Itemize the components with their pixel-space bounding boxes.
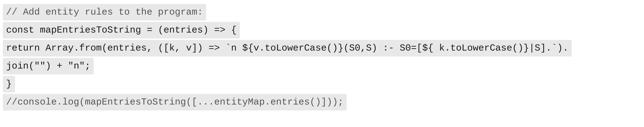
code-line-1: // Add entity rules to the program: (3, 3, 641, 21)
code-text-6: //console.log(mapEntriesToString([...ent… (3, 94, 347, 111)
code-line-3: return Array.from(entries, ([k, v]) => `… (3, 40, 641, 57)
code-text-2: const mapEntriesToString = (entries) => … (3, 22, 240, 39)
code-text-3: return Array.from(entries, ([k, v]) => `… (3, 40, 572, 57)
code-text-1: // Add entity rules to the program: (3, 4, 206, 21)
code-text-5: } (3, 76, 15, 93)
code-block: // Add entity rules to the program: cons… (3, 2, 641, 113)
code-text-4: join("") + "n"; (3, 58, 94, 75)
code-line-6: //console.log(mapEntriesToString([...ent… (3, 94, 641, 111)
code-line-4: join("") + "n"; (3, 58, 641, 75)
code-line-2: const mapEntriesToString = (entries) => … (3, 22, 641, 39)
code-line-5: } (3, 76, 641, 93)
